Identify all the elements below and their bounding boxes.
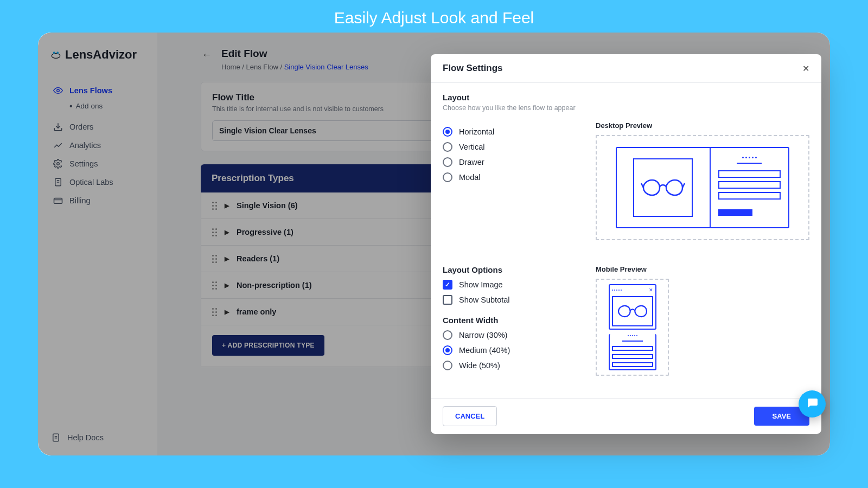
dots-icon bbox=[612, 290, 622, 291]
close-button[interactable]: ✕ bbox=[802, 63, 809, 74]
line-icon bbox=[737, 163, 762, 164]
mobile-frame-bottom bbox=[609, 334, 656, 370]
check-show-image[interactable]: ✓ Show Image bbox=[443, 280, 584, 290]
mobile-preview-box: ✕ bbox=[596, 279, 669, 376]
radio-label: Vertical bbox=[459, 143, 485, 151]
check-label: Show Image bbox=[459, 280, 503, 289]
radio-label: Horizontal bbox=[459, 127, 494, 136]
line-icon bbox=[718, 181, 781, 189]
line-icon bbox=[612, 346, 653, 351]
check-show-subtotal[interactable]: Show Subtotal bbox=[443, 295, 584, 305]
radio-icon bbox=[443, 157, 452, 167]
radio-medium[interactable]: Medium (40%) bbox=[443, 345, 584, 355]
layout-radio-group: Horizontal Vertical Drawer Modal bbox=[443, 121, 584, 240]
check-label: Show Subtotal bbox=[459, 296, 510, 304]
radio-vertical[interactable]: Vertical bbox=[443, 142, 584, 152]
promo-banner: Easily Adjust Look and Feel bbox=[0, 0, 868, 31]
glasses-icon bbox=[612, 296, 653, 326]
radio-wide[interactable]: Wide (50%) bbox=[443, 361, 584, 370]
radio-icon bbox=[443, 361, 452, 370]
line-icon bbox=[718, 170, 781, 178]
glasses-icon bbox=[633, 158, 693, 217]
line-icon bbox=[718, 209, 752, 216]
desktop-preview-label: Desktop Preview bbox=[596, 121, 809, 130]
mobile-preview-label: Mobile Preview bbox=[596, 265, 809, 273]
radio-icon bbox=[443, 172, 452, 182]
mobile-frame: ✕ bbox=[609, 284, 656, 330]
line-icon bbox=[718, 192, 781, 200]
radio-label: Drawer bbox=[459, 158, 484, 166]
modal-body: Layout Choose how you like the lens flow… bbox=[431, 83, 821, 398]
dots-icon bbox=[718, 157, 781, 158]
radio-label: Wide (50%) bbox=[459, 361, 500, 370]
radio-label: Modal bbox=[459, 173, 481, 182]
desktop-preview-box bbox=[596, 135, 809, 240]
radio-icon bbox=[443, 345, 452, 355]
content-width-heading: Content Width bbox=[443, 316, 584, 325]
layout-heading: Layout bbox=[443, 93, 809, 102]
line-icon bbox=[612, 354, 653, 359]
close-icon: ✕ bbox=[649, 288, 653, 293]
radio-label: Narrow (30%) bbox=[459, 331, 507, 339]
layout-subheading: Choose how you like the lens flow to app… bbox=[443, 104, 809, 112]
modal-title: Flow Settings bbox=[443, 63, 503, 74]
radio-modal[interactable]: Modal bbox=[443, 172, 584, 182]
mobile-preview-column: Mobile Preview ✕ bbox=[596, 265, 809, 376]
cancel-button[interactable]: CANCEL bbox=[443, 406, 497, 426]
chat-fab[interactable] bbox=[799, 390, 826, 418]
close-icon: ✕ bbox=[802, 64, 809, 73]
flow-settings-modal: Flow Settings ✕ Layout Choose how you li… bbox=[431, 54, 821, 434]
chat-icon bbox=[806, 396, 819, 412]
modal-footer: CANCEL SAVE bbox=[431, 398, 821, 434]
radio-icon bbox=[443, 330, 452, 340]
line-icon bbox=[622, 341, 643, 342]
radio-drawer[interactable]: Drawer bbox=[443, 157, 584, 167]
radio-label: Medium (40%) bbox=[459, 346, 510, 355]
desktop-frame bbox=[616, 147, 789, 228]
radio-narrow[interactable]: Narrow (30%) bbox=[443, 330, 584, 340]
radio-icon bbox=[443, 127, 452, 137]
layout-options-heading: Layout Options bbox=[443, 265, 584, 274]
radio-icon bbox=[443, 142, 452, 152]
modal-header: Flow Settings ✕ bbox=[431, 54, 821, 83]
checkbox-icon: ✓ bbox=[443, 280, 452, 290]
dots-icon bbox=[628, 335, 637, 336]
checkbox-icon bbox=[443, 295, 452, 305]
layout-options-column: Layout Options ✓ Show Image Show Subtota… bbox=[443, 265, 584, 376]
line-icon bbox=[612, 362, 653, 367]
desktop-preview-column: Desktop Preview bbox=[596, 121, 809, 240]
radio-horizontal[interactable]: Horizontal bbox=[443, 127, 584, 137]
